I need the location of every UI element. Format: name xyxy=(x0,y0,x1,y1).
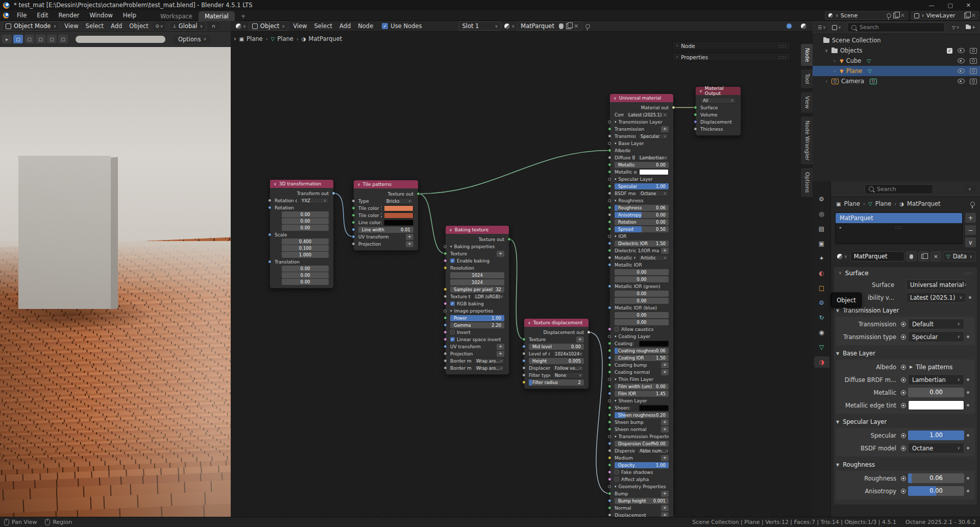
node-socket[interactable] xyxy=(522,338,526,341)
node-socket[interactable] xyxy=(352,221,355,224)
param-dropdown[interactable]: All∨ xyxy=(700,98,736,104)
node-socket[interactable] xyxy=(608,163,611,166)
property-widget[interactable]: Specular∨ xyxy=(908,331,964,342)
node-link-target-icon[interactable] xyxy=(900,334,906,340)
add-input-button[interactable]: + xyxy=(661,419,669,425)
keyframe-dot[interactable] xyxy=(967,336,969,338)
node-socket[interactable] xyxy=(608,413,611,417)
node-socket[interactable] xyxy=(694,127,697,131)
vector-field[interactable]: 0.00 xyxy=(282,225,329,231)
remove-slot-button[interactable]: − xyxy=(965,225,976,235)
node-header[interactable]: ∨Baking texture xyxy=(446,226,509,234)
node-socket[interactable] xyxy=(416,192,420,196)
param-slider[interactable]: Coating IOR1.50 xyxy=(615,355,669,361)
node-socket[interactable] xyxy=(608,463,611,467)
section-arrow[interactable]: ▾ xyxy=(615,334,617,339)
outliner-row-cube[interactable]: ›▼Cube▽ xyxy=(813,56,980,66)
collapsed-panel-node[interactable]: ›Node:::: xyxy=(672,41,791,50)
node-3d-transformation[interactable]: ∨3D transformationTransform outRotation … xyxy=(270,179,334,289)
properties-tab-modifiers[interactable]: ⚙ xyxy=(814,297,829,308)
node-socket[interactable] xyxy=(522,366,526,370)
node-socket[interactable] xyxy=(608,370,611,374)
move-tool[interactable]: ▢ xyxy=(58,35,68,43)
sh ader-node-editor[interactable]: ∨3D transformationTransform outRotation … xyxy=(231,21,813,517)
data-link-dropdown[interactable]: ▽ Data ∨ xyxy=(943,251,976,261)
cursor-3d-tool[interactable]: ▢ xyxy=(47,35,57,43)
param-slider[interactable]: Film width (um)0.00 xyxy=(615,384,669,390)
node-link-target-icon[interactable] xyxy=(900,403,906,408)
hide-viewport-icon[interactable] xyxy=(958,48,965,53)
node-socket[interactable] xyxy=(608,121,611,124)
keyframe-dot[interactable] xyxy=(967,477,969,480)
param-dropdown[interactable]: Abbe num...∨ xyxy=(637,448,669,454)
node-link[interactable] xyxy=(509,239,524,340)
shader-context-dropdown[interactable]: Object ∨ xyxy=(249,21,288,31)
hide-viewport-icon[interactable] xyxy=(958,58,965,63)
node-menu-select[interactable]: Select xyxy=(310,22,335,30)
close-button[interactable]: ✕ xyxy=(966,2,971,9)
vector-field[interactable]: 0.00 xyxy=(282,218,329,224)
property-widget[interactable]: 0.00 xyxy=(908,388,964,397)
node-header[interactable]: ∨Tile patterns xyxy=(354,180,418,188)
section-arrow[interactable]: ▾ xyxy=(615,485,617,489)
node-header[interactable]: ∨Material Output xyxy=(696,87,741,95)
mode-dropdown[interactable]: Object Mode ∨ xyxy=(2,21,60,31)
add-input-button[interactable]: + xyxy=(661,362,669,368)
collapse-icon[interactable]: ∨ xyxy=(699,89,702,93)
node-graph[interactable]: ∨3D transformationTransform outRotation … xyxy=(231,32,813,517)
section-arrow[interactable]: ▾ xyxy=(615,377,617,381)
node-socket[interactable] xyxy=(444,295,447,298)
breadcrumb-item[interactable]: Plane xyxy=(844,200,860,207)
param-slider[interactable]: Mid level0.00 xyxy=(529,344,584,350)
node-socket[interactable] xyxy=(608,435,611,438)
keyframe-dot[interactable] xyxy=(967,378,969,381)
section-arrow[interactable]: ▾ xyxy=(615,199,617,203)
node-input-link[interactable]: ▶Tile patterns xyxy=(908,362,964,372)
material-slot-item[interactable]: MatParquet xyxy=(836,213,962,223)
node-socket[interactable] xyxy=(522,380,526,384)
node-socket[interactable] xyxy=(608,249,611,252)
disable-render-icon[interactable] xyxy=(970,58,977,64)
node-socket[interactable] xyxy=(608,342,611,345)
property-dropdown[interactable]: Specular∨ xyxy=(908,331,964,342)
cube-object[interactable] xyxy=(18,156,111,309)
node-menu-add[interactable]: Add xyxy=(336,22,354,30)
keyframe-dot[interactable] xyxy=(967,447,969,449)
section-arrow[interactable]: ▾ xyxy=(615,141,617,146)
node-socket[interactable] xyxy=(608,149,611,152)
viewport-menu-select[interactable]: Select xyxy=(82,22,107,30)
param-slider[interactable]: Filter radius2 xyxy=(529,379,584,386)
collapse-icon[interactable]: ∨ xyxy=(274,182,277,186)
pin-icon[interactable] xyxy=(887,13,891,18)
properties-tab-world[interactable]: ◐ xyxy=(814,268,829,279)
node-socket[interactable] xyxy=(608,385,611,388)
keyframe-dot[interactable] xyxy=(969,296,971,299)
node-baking-texture[interactable]: ∨Baking textureTexture out▾Baking proper… xyxy=(445,225,509,375)
node-socket[interactable] xyxy=(608,227,611,231)
node-socket[interactable] xyxy=(444,323,447,327)
node-socket[interactable] xyxy=(608,199,611,202)
collapse-icon[interactable]: ∨ xyxy=(449,228,452,232)
node-socket[interactable] xyxy=(608,513,611,517)
node-link-target-icon[interactable] xyxy=(900,433,906,438)
region-collapse-arrow[interactable]: › xyxy=(234,35,236,42)
material-browse-icon[interactable]: ∨ xyxy=(835,252,849,260)
properties-tab-object-data[interactable]: ▽ xyxy=(814,342,829,353)
param-dropdown[interactable]: Wrap aro...∨ xyxy=(474,358,504,364)
hide-viewport-icon[interactable] xyxy=(958,68,965,74)
node-socket[interactable] xyxy=(608,363,611,367)
slot-specials-button[interactable]: ∨ xyxy=(965,237,976,248)
add-input-button[interactable]: + xyxy=(661,491,669,497)
material-name-field[interactable]: MatParquet ✕ xyxy=(517,21,582,31)
side-tab-node[interactable]: Node xyxy=(800,43,813,66)
outliner-row-camera[interactable]: ›Camera xyxy=(813,76,980,86)
node-socket[interactable] xyxy=(608,191,611,195)
add-input-button[interactable]: + xyxy=(497,351,504,357)
section-arrow[interactable]: ▾ xyxy=(615,120,617,124)
node-socket[interactable] xyxy=(608,206,611,209)
add-input-button[interactable]: + xyxy=(661,455,669,461)
keyframe-dot[interactable] xyxy=(967,490,969,492)
param-dropdown[interactable]: Artistic∨ xyxy=(638,255,669,261)
node-socket[interactable] xyxy=(522,345,526,348)
param-slider[interactable]: Metallic0.00 xyxy=(615,162,669,168)
